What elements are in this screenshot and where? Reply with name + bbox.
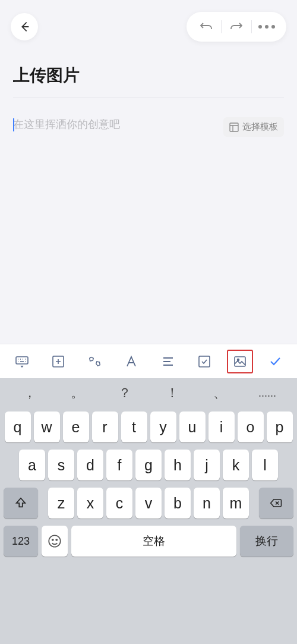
content-placeholder: 在这里挥洒你的创意吧 bbox=[13, 118, 120, 130]
template-button-label: 选择模板 bbox=[242, 121, 278, 133]
back-button[interactable] bbox=[11, 13, 38, 40]
redo-icon bbox=[229, 21, 244, 33]
key-l[interactable]: l bbox=[252, 450, 278, 480]
punct-key-ellipsis[interactable]: ...... bbox=[252, 387, 282, 400]
plus-square-icon bbox=[51, 354, 65, 369]
key-r[interactable]: r bbox=[92, 411, 118, 442]
key-b[interactable]: b bbox=[165, 488, 191, 519]
text-format-button[interactable] bbox=[117, 347, 146, 376]
content-input[interactable]: 在这里挥洒你的创意吧 bbox=[13, 117, 120, 131]
key-z[interactable]: z bbox=[48, 488, 74, 519]
key-w[interactable]: w bbox=[34, 411, 60, 442]
text-a-icon bbox=[124, 354, 138, 369]
select-template-button[interactable]: 选择模板 bbox=[223, 117, 284, 137]
return-key[interactable]: 换行 bbox=[240, 526, 293, 557]
separator bbox=[251, 20, 252, 33]
key-p[interactable]: p bbox=[267, 411, 293, 442]
key-k[interactable]: k bbox=[223, 450, 249, 480]
svg-point-7 bbox=[52, 539, 53, 541]
svg-point-6 bbox=[49, 535, 61, 547]
undo-button[interactable] bbox=[195, 18, 217, 36]
keyboard: ， 。 ？ ！ 、 ...... qwertyuiop asdfghjkl zx… bbox=[0, 378, 297, 644]
undo-icon bbox=[199, 21, 213, 33]
shape-icon bbox=[88, 354, 102, 369]
svg-rect-3 bbox=[199, 356, 210, 367]
svg-point-8 bbox=[56, 539, 57, 541]
svg-rect-4 bbox=[235, 357, 245, 366]
key-a[interactable]: a bbox=[19, 450, 45, 480]
check-icon bbox=[268, 354, 282, 369]
page-title: 上传图片 bbox=[13, 64, 284, 98]
space-key[interactable]: 空格 bbox=[71, 526, 236, 557]
redo-button[interactable] bbox=[225, 18, 248, 36]
key-x[interactable]: x bbox=[77, 488, 103, 519]
key-g[interactable]: g bbox=[135, 450, 162, 480]
keyboard-hide-icon bbox=[15, 354, 29, 369]
key-j[interactable]: j bbox=[194, 450, 220, 480]
key-v[interactable]: v bbox=[135, 488, 162, 519]
key-q[interactable]: q bbox=[5, 411, 31, 442]
backspace-key[interactable] bbox=[259, 488, 293, 519]
more-button[interactable] bbox=[255, 18, 278, 36]
key-f[interactable]: f bbox=[106, 450, 132, 480]
punct-key-slight[interactable]: 、 bbox=[205, 384, 235, 402]
backspace-icon bbox=[270, 497, 283, 510]
shift-key[interactable] bbox=[4, 488, 38, 519]
done-button[interactable] bbox=[261, 347, 289, 376]
numeric-key[interactable]: 123 bbox=[4, 526, 38, 557]
svg-rect-0 bbox=[230, 123, 238, 131]
key-h[interactable]: h bbox=[165, 450, 191, 480]
checkbox-icon bbox=[197, 354, 211, 369]
arrow-left-icon bbox=[18, 20, 31, 33]
key-s[interactable]: s bbox=[48, 450, 74, 480]
emoji-icon bbox=[47, 533, 62, 549]
separator bbox=[221, 20, 222, 33]
more-icon bbox=[258, 25, 275, 29]
key-m[interactable]: m bbox=[223, 488, 249, 519]
key-e[interactable]: e bbox=[63, 411, 89, 442]
punct-key-period[interactable]: 。 bbox=[62, 384, 92, 402]
checkbox-button[interactable] bbox=[190, 347, 219, 376]
image-icon bbox=[233, 354, 247, 369]
list-button[interactable] bbox=[154, 347, 182, 376]
key-u[interactable]: u bbox=[179, 411, 206, 442]
key-n[interactable]: n bbox=[194, 488, 220, 519]
shape-button[interactable] bbox=[81, 347, 109, 376]
template-icon bbox=[229, 122, 239, 132]
key-y[interactable]: y bbox=[150, 411, 176, 442]
keyboard-hide-button[interactable] bbox=[8, 347, 36, 376]
key-o[interactable]: o bbox=[238, 411, 264, 442]
svg-rect-1 bbox=[16, 357, 28, 364]
list-icon bbox=[161, 354, 175, 369]
key-t[interactable]: t bbox=[121, 411, 147, 442]
punct-key-comma[interactable]: ， bbox=[15, 384, 45, 402]
key-c[interactable]: c bbox=[106, 488, 132, 519]
image-button[interactable] bbox=[227, 350, 253, 373]
punct-key-question[interactable]: ？ bbox=[110, 384, 140, 402]
key-i[interactable]: i bbox=[208, 411, 235, 442]
svg-point-5 bbox=[237, 359, 239, 360]
punct-key-exclaim[interactable]: ！ bbox=[157, 384, 187, 402]
add-block-button[interactable] bbox=[44, 347, 72, 376]
shift-icon bbox=[14, 497, 27, 510]
key-d[interactable]: d bbox=[77, 450, 103, 480]
emoji-key[interactable] bbox=[42, 526, 68, 557]
text-cursor bbox=[13, 118, 14, 131]
